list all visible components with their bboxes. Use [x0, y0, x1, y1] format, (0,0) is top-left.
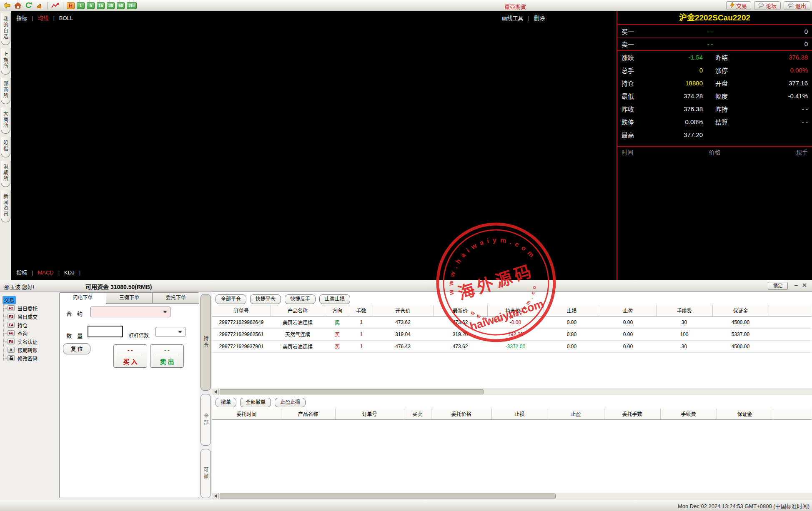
tab-flash-order[interactable]: 闪电下单 — [60, 293, 106, 304]
stat-label: 持仓 — [622, 79, 647, 87]
nav-item-today-trades[interactable]: F3 当日成交 — [3, 312, 57, 321]
bid-price: - - — [647, 28, 773, 35]
kdj-indicator[interactable]: KDJ — [64, 269, 75, 276]
tree-connector — [3, 350, 7, 350]
top-toolbar: 日 1 5 15 30 60 2hr 東亞期貨 交易 论坛 退出 — [0, 0, 812, 11]
buy-button[interactable]: - - 买 入 — [113, 344, 147, 368]
minimize-icon[interactable]: – — [794, 282, 798, 289]
quote-stat-row: 最低374.28 幅度-0.41% — [617, 90, 812, 102]
status-bar: Mon Dec 02 2024 13:24:53 GMT+0800 (中国标准时… — [0, 500, 812, 511]
period-1min-button[interactable]: 1 — [77, 2, 85, 9]
period-2hr-button[interactable]: 2hr — [127, 2, 137, 9]
cancel-order-button[interactable]: 撤单 — [216, 398, 236, 407]
quick-reverse-button[interactable]: 快捷反手 — [285, 294, 316, 304]
ma-indicator[interactable]: 均线 — [38, 15, 48, 21]
sell-button-label: 卖 出 — [160, 357, 174, 366]
side-tab-cancelable[interactable]: 可撤 — [200, 449, 211, 498]
col-fee: 手续费 — [660, 409, 717, 419]
scrollbar-thumb[interactable] — [220, 494, 556, 499]
macd-indicator[interactable]: MACD — [38, 269, 53, 276]
position-row[interactable]: 2997721629962561天然气连续 买 1319.04 319.20 1… — [212, 328, 812, 340]
position-row[interactable]: 2997721629962649美页岩油连续 卖 1473.62 473.62 … — [212, 316, 812, 328]
user-greeting: 邵玉波 您好! — [4, 283, 34, 291]
tab-three-key-order[interactable]: 三键下单 — [106, 293, 153, 304]
tab-delegate-order[interactable]: 委托下单 — [153, 293, 199, 304]
indicator-menu[interactable]: 指标 — [16, 15, 27, 21]
close-icon[interactable]: ✕ — [802, 282, 807, 289]
quantity-input[interactable] — [88, 326, 123, 337]
scroll-left-arrow-icon[interactable] — [212, 493, 219, 499]
sidebar-tab-dce[interactable]: 大商所 — [1, 107, 10, 134]
position-row[interactable]: 2997721629937901美页岩油连续 买 1476.43 473.62 … — [212, 340, 812, 352]
refresh-icon[interactable] — [24, 1, 33, 10]
chevron-down-icon — [178, 331, 182, 335]
back-icon[interactable] — [3, 1, 11, 10]
period-30min-button[interactable]: 30 — [107, 2, 115, 9]
nav-item-identity[interactable]: F9 实名认证 — [3, 337, 57, 346]
nav-item-change-password[interactable]: 修改密码 — [3, 354, 57, 362]
sidebar-tab-shfe[interactable]: 上期所 — [1, 48, 10, 75]
period-60min-button[interactable]: 60 — [117, 2, 125, 9]
nav-item-query[interactable]: F6 查询 — [3, 329, 57, 337]
home-icon[interactable] — [13, 1, 22, 10]
stat-value: 0.00% — [741, 67, 808, 74]
col-pnl: 持仓盈亏 — [487, 305, 544, 316]
funds-value: 31080.50(RMB) — [110, 284, 152, 290]
nav-item-trade[interactable]: F1 交易 — [3, 296, 57, 304]
draw-tools-button[interactable]: 画线工具 — [502, 15, 524, 21]
bid-volume: 0 — [773, 28, 808, 35]
nav-label: 银期转账 — [16, 346, 39, 354]
period-day-button[interactable]: 日 — [67, 2, 75, 9]
period-5min-button[interactable]: 5 — [87, 2, 95, 9]
contract-label: 合 约 — [66, 309, 83, 317]
lightning-icon — [730, 2, 734, 9]
stat-label: 昨收 — [622, 105, 647, 113]
col-take-profit: 止盈 — [548, 409, 604, 419]
forum-button[interactable]: 论坛 — [754, 1, 781, 10]
contract-select[interactable] — [90, 307, 170, 317]
cancel-all-button[interactable]: 全部撤单 — [240, 398, 271, 407]
toolbar-separator — [47, 2, 48, 9]
nav-item-positions[interactable]: F4 持仓 — [3, 321, 57, 329]
stat-label: 昨结 — [715, 53, 741, 62]
reset-button[interactable]: 复 位 — [63, 343, 90, 354]
broker-brand-label: 東亞期貨 — [504, 2, 526, 10]
boll-indicator[interactable]: BOLL — [59, 15, 73, 21]
sidebar-tab-czce[interactable]: 郑商所 — [1, 78, 10, 104]
sidebar-tab-index[interactable]: 股指 — [1, 137, 10, 157]
sidebar-tab-hkex[interactable]: 港期所 — [1, 161, 10, 187]
alert-horn-icon[interactable] — [35, 1, 44, 10]
sidebar-tab-news[interactable]: 新闻资讯 — [1, 190, 10, 222]
close-all-button[interactable]: 全部平仓 — [216, 294, 246, 304]
lock-button[interactable]: 锁定 — [768, 282, 788, 290]
delete-drawing-button[interactable]: 删除 — [534, 15, 545, 21]
tree-connector — [3, 333, 7, 334]
scroll-left-arrow-icon[interactable] — [212, 389, 219, 395]
sell-button[interactable]: - - 卖 出 — [150, 344, 184, 368]
side-tab-all[interactable]: 全部 — [200, 394, 211, 446]
trade-button[interactable]: 交易 — [726, 1, 751, 10]
trend-line-icon[interactable] — [51, 1, 60, 10]
exit-button[interactable]: 退出 — [784, 1, 810, 10]
trading-terminal: 日 1 5 15 30 60 2hr 東亞期貨 交易 论坛 退出 我的自选 上期… — [0, 0, 812, 511]
sell-price: - - — [155, 347, 179, 355]
positions-hscrollbar[interactable] — [212, 389, 812, 395]
side-tab-positions[interactable]: 持仓 — [200, 294, 211, 391]
nav-label: 交易 — [3, 296, 16, 304]
quick-close-button[interactable]: 快捷平仓 — [250, 294, 281, 304]
leverage-select[interactable] — [155, 327, 185, 337]
col-open-price: 开仓价 — [373, 305, 433, 316]
sidebar-tab-watchlist[interactable]: 我的自选 — [1, 13, 10, 45]
scrollbar-thumb[interactable] — [220, 389, 484, 394]
order-form-tabs: 闪电下单 三键下单 委托下单 — [60, 293, 199, 304]
quantity-label: 数 量 — [66, 332, 83, 339]
tree-connector — [3, 308, 7, 309]
nav-item-today-orders[interactable]: F2 当日委托 — [3, 304, 57, 312]
order-entry-panel: 闪电下单 三键下单 委托下单 合 约 数 量 杠杆倍数 复 位 - - 买 入 — [59, 292, 199, 498]
tp-sl-button[interactable]: 止盈止损 — [275, 398, 306, 407]
period-15min-button[interactable]: 15 — [97, 2, 105, 9]
orders-hscrollbar[interactable] — [212, 493, 812, 499]
nav-item-bank-transfer[interactable]: ¥ 银期转账 — [3, 346, 57, 354]
indicator-menu[interactable]: 指标 — [16, 269, 27, 276]
tp-sl-button[interactable]: 止盈止损 — [319, 294, 350, 304]
